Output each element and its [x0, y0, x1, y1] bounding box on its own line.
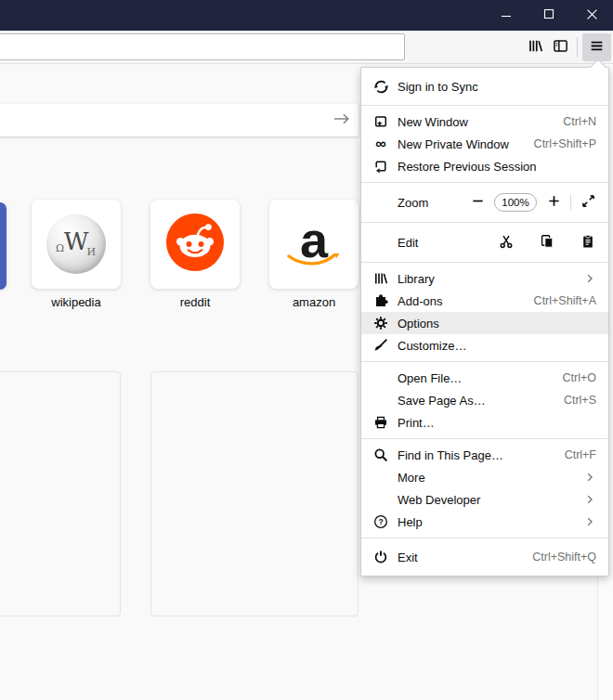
menu-item-shortcut: Ctrl+Shift+A: [534, 294, 596, 307]
tile-label: amazon: [269, 295, 359, 309]
library-button[interactable]: [521, 33, 549, 61]
menu-item-label: Find in This Page…: [398, 448, 565, 462]
copy-icon: [540, 234, 554, 252]
menu-item-options[interactable]: Options: [361, 312, 608, 334]
amazon-swoosh: [286, 253, 342, 268]
sync-icon: [372, 79, 389, 95]
maximize-button[interactable]: [528, 0, 570, 31]
menu-item-label: Library: [398, 272, 581, 286]
menu-item-web-developer[interactable]: Web Developer: [361, 488, 608, 511]
printer-icon: [372, 415, 389, 430]
tile-partial-offscreen[interactable]: [0, 202, 7, 290]
newtab-search-bar: [0, 104, 359, 136]
wikipedia-glyph-omega: Ω: [56, 242, 64, 254]
menu-item-label: Sign in to Sync: [398, 80, 596, 94]
menu-item-find-in-this-page[interactable]: Find in This Page… Ctrl+F: [361, 444, 608, 466]
menu-item-label: More: [398, 471, 581, 485]
menu-item-customize[interactable]: Customize…: [361, 334, 608, 356]
menu-item-label: Exit: [398, 551, 532, 564]
menu-item-shortcut: Ctrl+N: [563, 115, 596, 128]
minimize-icon: [501, 8, 512, 22]
tile-wikipedia[interactable]: W Ω И: [32, 200, 121, 289]
restore-session-icon: [372, 159, 389, 174]
amazon-logo-icon: a: [284, 214, 344, 274]
sidebar-button[interactable]: [546, 33, 574, 61]
url-bar[interactable]: [0, 33, 405, 60]
menu-item-label: Open File…: [398, 371, 563, 385]
menu-item-new-private-window[interactable]: ∞ New Private Window Ctrl+Shift+P: [361, 133, 608, 155]
close-button[interactable]: [570, 0, 613, 31]
gear-icon: [372, 316, 389, 331]
chevron-right-icon: [581, 493, 596, 506]
tile-reddit[interactable]: [150, 200, 240, 289]
chevron-right-icon: [581, 471, 596, 484]
zoom-level-button[interactable]: 100%: [494, 193, 537, 212]
library-icon: [372, 271, 389, 286]
menu-item-label: Add-ons: [398, 294, 534, 308]
menu-item-label: Zoom: [398, 196, 469, 210]
app-menu-popup: Sign in to Sync New Window Ctrl+N ∞ New …: [360, 67, 609, 577]
tile-amazon[interactable]: a: [269, 200, 359, 289]
highlight-card: [150, 371, 359, 616]
power-icon: [372, 550, 389, 564]
tile-label: reddit: [150, 295, 240, 309]
cut-button[interactable]: [498, 233, 515, 252]
scissors-icon: [499, 234, 514, 252]
menu-item-more[interactable]: More: [361, 466, 608, 488]
minimize-button[interactable]: [485, 0, 528, 31]
menu-item-new-window[interactable]: New Window Ctrl+N: [361, 110, 608, 133]
new-window-icon: [372, 114, 389, 129]
puzzle-piece-icon: [372, 293, 389, 308]
menu-item-shortcut: Ctrl+Shift+P: [534, 137, 596, 150]
paste-button[interactable]: [580, 233, 596, 252]
zoom-out-button[interactable]: [469, 193, 486, 212]
menu-item-add-ons[interactable]: Add-ons Ctrl+Shift+A: [361, 290, 608, 312]
arrow-right-icon: [332, 111, 352, 129]
menu-item-label: Restore Previous Session: [398, 160, 596, 174]
app-menu-button[interactable]: [582, 33, 611, 61]
zoom-in-button[interactable]: [545, 193, 562, 212]
search-icon: [372, 447, 389, 462]
close-icon: [586, 8, 598, 23]
menu-item-label: Print…: [398, 416, 596, 430]
fullscreen-button[interactable]: [580, 193, 596, 212]
zoom-controls-divider: [570, 195, 571, 211]
menu-item-shortcut: Ctrl+Shift+Q: [532, 551, 596, 564]
menu-item-open-file[interactable]: Open File… Ctrl+O: [361, 367, 608, 389]
menu-item-label: Customize…: [398, 339, 596, 353]
fullscreen-icon: [581, 194, 595, 211]
clipboard-paste-icon: [580, 234, 595, 252]
menu-item-label: Options: [398, 317, 596, 331]
help-icon: ?: [372, 514, 389, 529]
menu-item-restore-previous-session[interactable]: Restore Previous Session: [361, 155, 608, 177]
search-submit-button[interactable]: [325, 104, 359, 136]
chevron-right-icon: [581, 272, 596, 285]
copy-button[interactable]: [539, 233, 555, 252]
menu-item-zoom: Zoom 100%: [361, 188, 608, 217]
menu-item-label: Help: [398, 515, 581, 529]
library-icon: [528, 38, 543, 57]
menu-item-print[interactable]: Print…: [361, 411, 608, 434]
minus-icon: [471, 194, 485, 211]
menu-item-library[interactable]: Library: [361, 267, 608, 290]
tile-label: wikipedia: [32, 295, 121, 309]
navigation-toolbar: [0, 31, 613, 64]
hamburger-icon: [589, 38, 605, 57]
toolbar-divider: [577, 37, 578, 58]
menu-item-label: New Private Window: [398, 137, 534, 151]
titlebar: [0, 0, 613, 31]
menu-item-shortcut: Ctrl+F: [565, 448, 596, 461]
newtab-search-input[interactable]: [0, 113, 325, 128]
maximize-icon: [543, 8, 554, 22]
menu-item-save-page-as[interactable]: Save Page As… Ctrl+S: [361, 389, 608, 411]
highlight-card: [0, 371, 121, 616]
menu-item-edit: Edit: [361, 227, 608, 257]
menu-item-help[interactable]: ? Help: [361, 511, 608, 533]
svg-text:?: ?: [378, 517, 383, 526]
menu-item-label: New Window: [398, 115, 563, 129]
plus-icon: [547, 194, 561, 211]
menu-item-sign-in-to-sync[interactable]: Sign in to Sync: [361, 72, 608, 100]
menu-item-exit[interactable]: Exit Ctrl+Shift+Q: [361, 543, 608, 571]
chevron-right-icon: [581, 515, 596, 528]
menu-item-label: Web Developer: [398, 493, 581, 507]
